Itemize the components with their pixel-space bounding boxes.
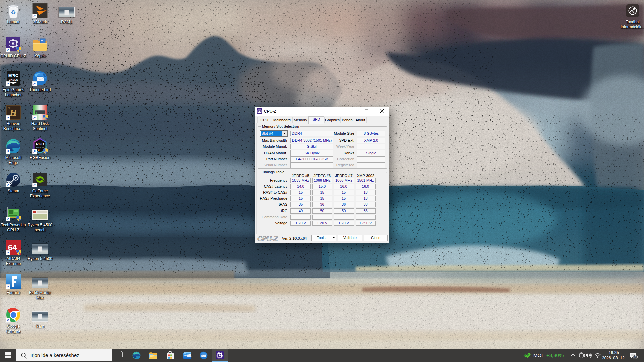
- svg-text:2.: 2.: [38, 148, 40, 152]
- svg-text:GAMES: GAMES: [9, 78, 18, 81]
- svg-text:EPIC: EPIC: [8, 73, 19, 78]
- svg-text:RGB: RGB: [36, 142, 44, 146]
- svg-text:H: H: [9, 107, 17, 118]
- svg-text:♻: ♻: [11, 9, 16, 16]
